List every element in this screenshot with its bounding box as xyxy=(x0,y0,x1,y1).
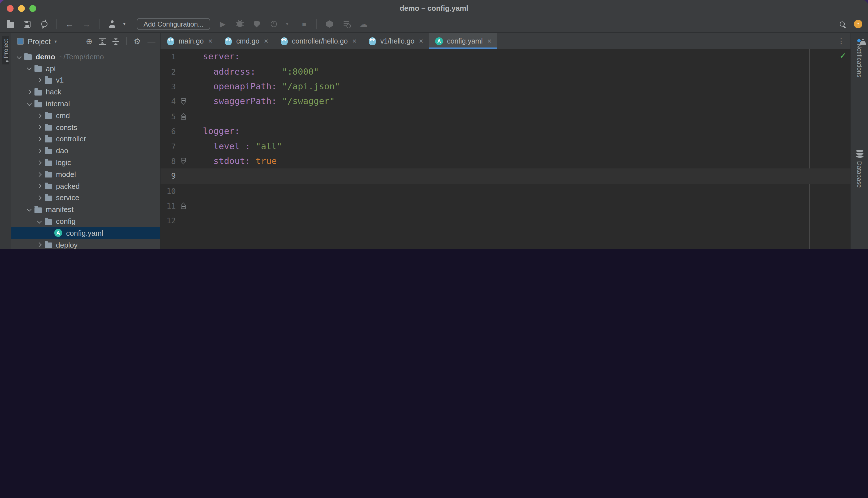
panel-settings-icon[interactable]: ⚙ xyxy=(134,37,141,45)
back-icon[interactable]: ← xyxy=(65,18,74,30)
line-number[interactable]: 6 xyxy=(160,127,176,136)
doc-search-icon[interactable] xyxy=(342,18,351,30)
line-number[interactable]: 7 xyxy=(160,142,176,150)
chevron-down-icon[interactable] xyxy=(15,56,23,58)
close-tab-icon[interactable]: × xyxy=(352,37,357,45)
project-view-dropdown-icon[interactable]: ▾ xyxy=(55,39,57,44)
run-icon[interactable]: ▶ xyxy=(218,18,227,30)
run-coverage-icon[interactable] xyxy=(252,18,261,30)
add-configuration-button[interactable]: Add Configuration... xyxy=(137,18,210,30)
cloud-icon[interactable]: ☁ xyxy=(359,18,368,30)
close-tab-icon[interactable]: × xyxy=(487,37,491,45)
chevron-right-icon[interactable] xyxy=(35,173,43,176)
tab-controller-hello-go[interactable]: controller/hello.go× xyxy=(274,33,362,49)
line-number[interactable]: 10 xyxy=(160,186,176,195)
profiler-dropdown-icon[interactable]: ▾ xyxy=(282,18,292,30)
tree-row-logic[interactable]: logic xyxy=(11,157,160,168)
line-number[interactable]: 4 xyxy=(160,97,176,106)
tree-row-deploy[interactable]: deploy xyxy=(11,239,160,249)
tab-main-go[interactable]: main.go× xyxy=(160,33,218,49)
editor-line-9[interactable]: 9 xyxy=(160,168,851,183)
fold-end-icon[interactable] xyxy=(176,202,191,209)
tree-row-consts[interactable]: consts xyxy=(11,121,160,133)
tab-config-yaml[interactable]: config.yaml× xyxy=(429,33,497,49)
editor-line-2[interactable]: 2 address: ":8000" xyxy=(160,64,851,79)
fold-end-icon[interactable] xyxy=(176,113,191,120)
line-number[interactable]: 11 xyxy=(160,201,176,210)
stop-icon[interactable]: ■ xyxy=(299,18,309,30)
chevron-right-icon[interactable] xyxy=(35,196,43,199)
stripe-item-project[interactable]: Project xyxy=(2,36,9,65)
open-folder-icon[interactable] xyxy=(6,18,15,30)
tree-row-controller[interactable]: controller xyxy=(11,133,160,145)
chevron-right-icon[interactable] xyxy=(35,185,43,188)
tree-row-v1[interactable]: v1 xyxy=(11,74,160,86)
chevron-down-icon[interactable] xyxy=(25,67,34,69)
chevron-down-icon[interactable] xyxy=(25,209,34,211)
user-account-icon[interactable] xyxy=(107,18,117,30)
close-tab-icon[interactable]: × xyxy=(264,37,268,45)
search-everywhere-icon[interactable] xyxy=(838,18,846,30)
tab-options-icon[interactable]: ⋮ xyxy=(832,33,851,49)
tree-row-dao[interactable]: dao xyxy=(11,145,160,157)
tab-cmd-go[interactable]: cmd.go× xyxy=(218,33,274,49)
debug-icon[interactable] xyxy=(235,18,244,30)
chevron-right-icon[interactable] xyxy=(25,90,34,94)
fold-start-icon[interactable] xyxy=(176,98,191,105)
editor-line-11[interactable]: 11 xyxy=(160,198,851,213)
locate-file-icon[interactable]: ⊕ xyxy=(85,37,92,45)
stripe-item-notifications[interactable]: Notifications xyxy=(856,37,863,80)
line-number[interactable]: 2 xyxy=(160,67,176,76)
editor[interactable]: ✓ 1server:2 address: ":8000"3 openapiPat… xyxy=(160,49,851,249)
profiler-icon[interactable] xyxy=(269,18,278,30)
editor-line-7[interactable]: 7 level : "all" xyxy=(160,139,851,154)
line-number[interactable]: 12 xyxy=(160,216,176,225)
chevron-right-icon[interactable] xyxy=(35,161,43,164)
editor-line-3[interactable]: 3 openapiPath: "/api.json" xyxy=(160,79,851,94)
tree-row-internal[interactable]: internal xyxy=(11,98,160,110)
chevron-right-icon[interactable] xyxy=(35,126,43,129)
editor-line-5[interactable]: 5 xyxy=(160,109,851,124)
editor-line-8[interactable]: 8 stdout: true xyxy=(160,154,851,168)
fold-start-icon[interactable] xyxy=(176,158,191,165)
tree-row-config[interactable]: config xyxy=(11,215,160,227)
chevron-down-icon[interactable] xyxy=(25,103,34,105)
chevron-right-icon[interactable] xyxy=(35,149,43,152)
forward-icon[interactable]: → xyxy=(82,18,91,30)
chevron-right-icon[interactable] xyxy=(35,137,43,141)
tree-row-api[interactable]: api xyxy=(11,63,160,75)
project-panel-title[interactable]: Project xyxy=(28,37,51,45)
chevron-down-icon[interactable] xyxy=(35,221,43,222)
stripe-item-database[interactable]: Database xyxy=(856,147,863,191)
editor-line-4[interactable]: 4 swaggerPath: "/swagger" xyxy=(160,94,851,109)
tree-row-manifest[interactable]: manifest xyxy=(11,204,160,215)
line-number[interactable]: 8 xyxy=(160,157,176,166)
chevron-right-icon[interactable] xyxy=(35,243,43,247)
update-available-icon[interactable]: ↑ xyxy=(854,20,862,28)
user-dropdown-icon[interactable]: ▾ xyxy=(120,18,129,30)
line-number[interactable]: 9 xyxy=(160,172,176,181)
chevron-right-icon[interactable] xyxy=(35,114,43,117)
close-tab-icon[interactable]: × xyxy=(208,37,213,45)
collapse-all-icon[interactable] xyxy=(113,38,120,44)
editor-line-1[interactable]: 1server: xyxy=(160,49,851,64)
tab-v1-hello-go[interactable]: v1/hello.go× xyxy=(362,33,429,49)
editor-line-6[interactable]: 6logger: xyxy=(160,124,851,139)
tree-row-hack[interactable]: hack xyxy=(11,86,160,98)
tree-row-service[interactable]: service xyxy=(11,192,160,204)
line-number[interactable]: 3 xyxy=(160,82,176,91)
tree-row-packed[interactable]: packed xyxy=(11,180,160,192)
line-number[interactable]: 5 xyxy=(160,112,176,121)
tree-row-demo[interactable]: demo~/Temp/demo xyxy=(11,51,160,63)
editor-line-10[interactable]: 10 xyxy=(160,183,851,198)
tree-row-model[interactable]: model xyxy=(11,168,160,180)
close-tab-icon[interactable]: × xyxy=(419,37,423,45)
editor-line-12[interactable]: 12 xyxy=(160,213,851,228)
tree-row-cmd[interactable]: cmd xyxy=(11,110,160,121)
tree-row-config-yaml[interactable]: config.yaml xyxy=(11,227,160,239)
chevron-right-icon[interactable] xyxy=(35,79,43,82)
save-all-icon[interactable] xyxy=(23,18,32,30)
line-number[interactable]: 1 xyxy=(160,52,176,61)
expand-all-icon[interactable] xyxy=(99,38,106,44)
hexagon-icon[interactable] xyxy=(325,18,334,30)
